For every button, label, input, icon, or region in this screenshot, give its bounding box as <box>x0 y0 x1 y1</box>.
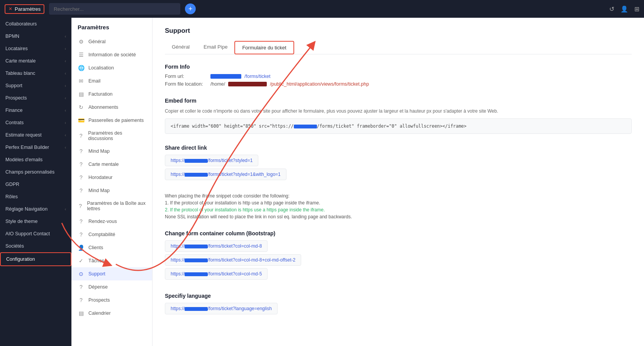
mid-item-mind-map[interactable]: ?Mind Map <box>71 145 152 158</box>
search-input[interactable] <box>49 3 180 15</box>
mid-item-mind-map[interactable]: ?Mind Map <box>71 184 152 197</box>
sidebar-item-gdpr[interactable]: GDPR <box>0 178 71 191</box>
sidebar-item-rôles[interactable]: Rôles <box>0 191 71 203</box>
mid-item-icon: 👤 <box>78 245 85 251</box>
form-file-redacted <box>228 82 267 86</box>
mid-item-dépense[interactable]: ?Dépense <box>71 280 152 294</box>
sidebar-item-support[interactable]: Support‹ <box>0 79 71 92</box>
sidebar-item-configuration[interactable]: Configuration <box>0 252 71 266</box>
mid-item-abonnements[interactable]: ↻Abonnements <box>71 101 152 114</box>
mid-item-icon: 🌐 <box>78 65 85 71</box>
bootstrap-link-3[interactable]: https:///forms/ticket?col=col-md-5 <box>165 268 268 280</box>
user-icon[interactable]: 👤 <box>620 5 628 13</box>
mid-item-icon: ⚙ <box>78 39 85 45</box>
form-file-row: Form file location: /home/ /public_html/… <box>165 81 632 87</box>
embed-form-section: Embed form Copier et coller le code n'im… <box>165 98 632 134</box>
form-url-redacted <box>210 74 241 79</box>
sidebar-item-estimate-request[interactable]: Estimate request‹ <box>0 129 71 141</box>
chevron-icon: ‹ <box>65 145 66 150</box>
sidebar-item-perfex-email-builder[interactable]: Perfex Email Builder‹ <box>0 141 71 154</box>
mid-item-tâches[interactable]: ✓Tâches <box>71 254 152 267</box>
mid-item-icon: ? <box>78 187 85 194</box>
undo-icon[interactable]: ↺ <box>609 5 614 13</box>
sidebar-item-finance[interactable]: Finance‹ <box>0 104 71 116</box>
share-link-2[interactable]: https:///forms/ticket?styled=1&with_logo… <box>165 169 286 180</box>
grid-icon[interactable]: ⊞ <box>634 5 639 13</box>
app-title[interactable]: ✕ Paramètres <box>5 4 44 14</box>
mid-item-prospects[interactable]: ?Prospects <box>71 294 152 307</box>
mid-panel: Paramètres ⚙Général☰Information de socié… <box>71 18 153 346</box>
mid-item-général[interactable]: ⚙Général <box>71 35 152 48</box>
hint-1: 1. If the protocol of your installation … <box>165 200 632 206</box>
tab-formulaire-du-ticket[interactable]: Formulaire du ticket <box>234 41 294 54</box>
share-link-1[interactable]: https:///forms/ticket?styled=1 <box>165 155 258 166</box>
mid-item-rendez-vous[interactable]: ?Rendez-vous <box>71 215 152 228</box>
embed-form-desc: Copier et coller le code n'importe où da… <box>165 108 632 115</box>
sidebar-item-contrats[interactable]: Contrats‹ <box>0 116 71 129</box>
sidebar-item-sociétés[interactable]: Sociétés <box>0 240 71 252</box>
sidebar-item-réglage-navigation[interactable]: Réglage Navigation‹ <box>0 203 71 215</box>
mid-item-icon: ✉ <box>78 78 85 84</box>
iframe-hints-section: When placing the iframe snippet code con… <box>165 193 632 219</box>
share-link-title: Share direct link <box>165 145 632 151</box>
embed-form-title: Embed form <box>165 98 632 104</box>
mid-item-icon: 💳 <box>78 117 85 123</box>
mid-item-calendrier[interactable]: ▤Calendrier <box>71 307 152 320</box>
sidebar-item-modèles-demails[interactable]: Modèles d'emails <box>0 154 71 166</box>
sidebar-item-locataires[interactable]: Locataires‹ <box>0 42 71 55</box>
tab-email-pipe[interactable]: Email Pipe <box>197 41 234 54</box>
mid-item-facturation[interactable]: ▤Facturation <box>71 88 152 101</box>
chevron-icon: ‹ <box>65 133 66 137</box>
hint-3: None SSL installation will need to place… <box>165 214 632 219</box>
language-section: Specifiy language https:///forms/ticket?… <box>165 293 632 317</box>
mid-item-comptabilité[interactable]: ?Comptabilité <box>71 228 152 241</box>
mid-item-support[interactable]: ⊙Support <box>71 267 152 280</box>
mid-item-paramètres-des-discussions[interactable]: ?Paramètres des discussions <box>71 127 152 145</box>
iframe-hint-title: When placing the iframe snippet code con… <box>165 193 632 199</box>
bootstrap-link-1[interactable]: https:///forms/ticket?col=col-md-8 <box>165 240 268 252</box>
mid-item-paramètres-de-la-boîte-aux-lettres[interactable]: ?Paramètres de la Boîte aux lettres <box>71 197 152 215</box>
form-url-link[interactable]: /forms/ticket <box>244 74 270 79</box>
chevron-icon: ‹ <box>65 84 66 88</box>
mid-item-horodateur[interactable]: ?Horodateur <box>71 171 152 184</box>
language-link[interactable]: https:///forms/ticket?language=english <box>165 303 278 314</box>
mid-item-information-de-société[interactable]: ☰Information de société <box>71 48 152 61</box>
chevron-icon: ‹ <box>65 108 66 113</box>
form-url-label: Form url: <box>165 74 207 79</box>
form-info-title: Form Info <box>165 64 632 70</box>
mid-item-icon: ? <box>78 161 85 167</box>
sidebar-item-tableau-blanc[interactable]: Tableau blanc‹ <box>0 67 71 79</box>
mid-item-icon: ? <box>78 297 85 303</box>
bootstrap-link-2[interactable]: https:///forms/ticket?col=col-md-8+col-m… <box>165 254 301 266</box>
mid-item-passerelles-de-paiements[interactable]: 💳Passerelles de paiements <box>71 114 152 127</box>
title-label: Paramètres <box>15 6 41 12</box>
mid-item-icon: ☰ <box>78 52 85 58</box>
hint-2: 2. If the protocol of your installation … <box>165 207 632 213</box>
mid-item-icon: ✓ <box>78 258 85 264</box>
content-panel: Support GénéralEmail PipeFormulaire du t… <box>153 18 644 346</box>
share-link-section: Share direct link https:///forms/ticket?… <box>165 145 632 182</box>
mid-item-localisation[interactable]: 🌐Localisation <box>71 61 152 74</box>
mid-item-icon: ? <box>78 284 85 290</box>
mid-item-clients[interactable]: 👤Clients <box>71 241 152 254</box>
mid-item-email[interactable]: ✉Email <box>71 74 152 88</box>
sidebar-item-champs-personnalisés[interactable]: Champs personnalisés <box>0 166 71 178</box>
sidebar-item-prospects[interactable]: Prospects‹ <box>0 92 71 104</box>
embed-code-box[interactable]: <iframe width="600" height="850" src="ht… <box>165 118 632 134</box>
sidebar-item-carte-mentale[interactable]: Carte mentale‹ <box>0 55 71 67</box>
mid-item-icon: ? <box>78 218 85 224</box>
close-icon[interactable]: ✕ <box>8 6 12 12</box>
sidebar-item-aio-support-contact[interactable]: AIO Support Contact <box>0 228 71 240</box>
sidebar-item-bpmn[interactable]: BPMN‹ <box>0 30 71 42</box>
mid-panel-title: Paramètres <box>71 24 152 35</box>
form-file-label: Form file location: <box>165 81 207 87</box>
mid-item-icon: ▤ <box>78 310 85 316</box>
sidebar-item-style-de-theme[interactable]: Style de theme <box>0 215 71 228</box>
tab-général[interactable]: Général <box>165 41 197 54</box>
language-title: Specifiy language <box>165 293 632 299</box>
chevron-icon: ‹ <box>65 71 66 76</box>
mid-item-carte-mentale[interactable]: ?Carte mentale <box>71 158 152 171</box>
sidebar-item-collaborateurs[interactable]: Collaborateurs <box>0 18 71 30</box>
bootstrap-section: Change form container column (Bootstrap)… <box>165 230 632 282</box>
add-button[interactable]: + <box>185 3 196 14</box>
